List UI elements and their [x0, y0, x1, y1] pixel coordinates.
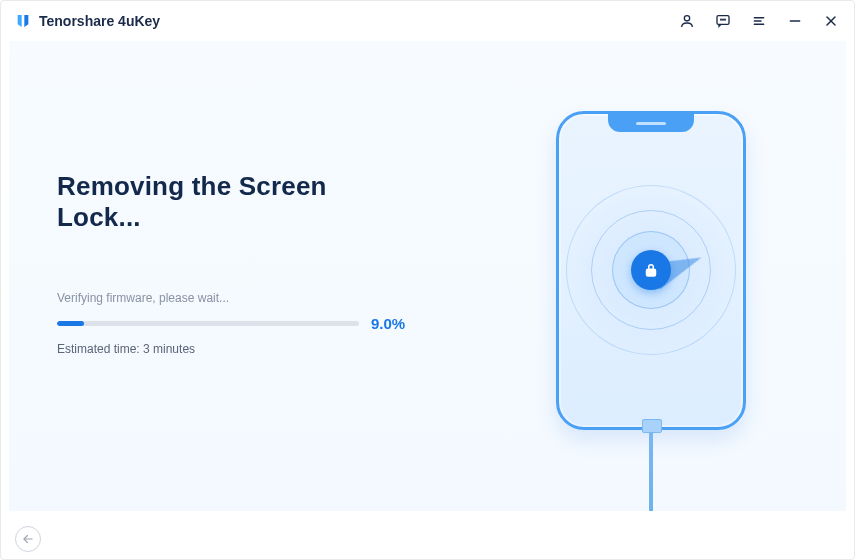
titlebar: Tenorshare 4uKey [1, 1, 854, 41]
svg-point-0 [684, 16, 689, 21]
status-text: Verifying firmware, please wait... [57, 291, 417, 305]
content-area: Removing the Screen Lock... Verifying fi… [9, 41, 846, 511]
phone-notch [608, 114, 694, 132]
feedback-icon[interactable] [714, 12, 732, 30]
titlebar-left: Tenorshare 4uKey [15, 13, 160, 29]
estimated-time: Estimated time: 3 minutes [57, 342, 417, 356]
progress-row: 9.0% [57, 315, 417, 332]
lock-icon [631, 250, 671, 290]
app-title: Tenorshare 4uKey [39, 13, 160, 29]
minimize-icon[interactable] [786, 12, 804, 30]
menu-icon[interactable] [750, 12, 768, 30]
phone-illustration [546, 111, 756, 511]
footer [1, 519, 854, 559]
radar-rings [566, 185, 736, 355]
app-window: Tenorshare 4uKey Removing the Screen Loc… [0, 0, 855, 560]
app-logo-icon [15, 13, 31, 29]
svg-point-3 [723, 19, 724, 20]
progress-percent: 9.0% [371, 315, 417, 332]
svg-point-2 [721, 19, 722, 20]
phone-cable [649, 428, 653, 511]
page-title: Removing the Screen Lock... [57, 171, 417, 233]
progress-panel: Removing the Screen Lock... Verifying fi… [57, 171, 417, 356]
svg-point-13 [650, 272, 652, 274]
progress-bar [57, 321, 359, 326]
close-icon[interactable] [822, 12, 840, 30]
progress-fill [57, 321, 84, 326]
phone-body [556, 111, 746, 430]
svg-point-4 [725, 19, 726, 20]
account-icon[interactable] [678, 12, 696, 30]
back-button[interactable] [15, 526, 41, 552]
titlebar-right [678, 12, 840, 30]
